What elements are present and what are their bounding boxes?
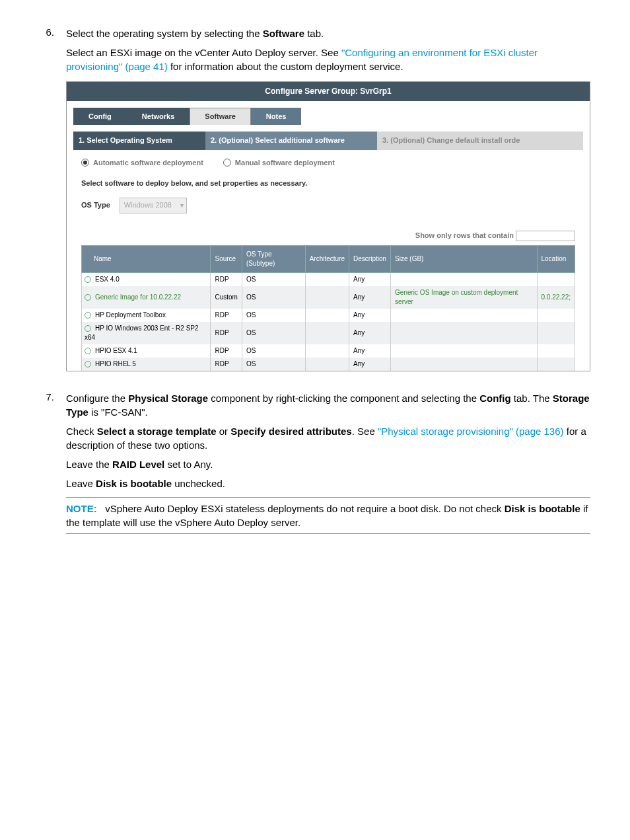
row-arch xyxy=(305,272,349,286)
row-desc: Any xyxy=(349,322,391,344)
row-ostype: OS xyxy=(242,358,305,371)
th-desc[interactable]: Description xyxy=(349,245,391,272)
row-radio-icon[interactable] xyxy=(85,348,91,354)
raid-level-bold: RAID Level xyxy=(112,459,164,470)
th-source[interactable]: Source xyxy=(211,245,242,272)
tab-software[interactable]: Software xyxy=(190,108,250,125)
specify-attributes-bold: Specify desired attributes xyxy=(230,426,351,437)
row-radio-icon[interactable] xyxy=(85,294,91,301)
tab-notes[interactable]: Notes xyxy=(251,108,302,125)
select-template-bold: Select a storage template xyxy=(97,426,217,437)
row-name: ESX 4.0 xyxy=(95,276,120,283)
row-radio-icon[interactable] xyxy=(85,312,91,319)
row-size xyxy=(391,309,537,322)
row-size xyxy=(391,344,537,358)
ostype-select[interactable]: Windows 2008 xyxy=(120,198,187,213)
text: for information about the custom deploym… xyxy=(168,61,403,72)
th-arch[interactable]: Architecture xyxy=(305,245,349,272)
config-bold: Config xyxy=(479,393,510,404)
row-source: Custom xyxy=(211,286,242,309)
tab-bar: Config Networks Software Notes xyxy=(67,101,590,125)
table-row[interactable]: HP Deployment ToolboxRDPOSAny xyxy=(82,309,575,322)
row-source: RDP xyxy=(211,272,242,286)
radio-dot-icon xyxy=(223,159,231,167)
row-source: RDP xyxy=(211,322,242,344)
row-arch xyxy=(305,309,349,322)
table-row[interactable]: Generic Image for 10.0.22.22CustomOSAnyG… xyxy=(82,286,575,309)
note-disk-bootable-bold: Disk is bootable xyxy=(505,503,580,514)
row-ostype: OS xyxy=(242,322,305,344)
text: unchecked. xyxy=(172,478,225,489)
row-radio-icon[interactable] xyxy=(85,276,91,283)
row-loc xyxy=(537,344,575,358)
ostype-label: OS Type xyxy=(81,200,110,210)
wizard-steps: 1. Select Operating System 2. (Optional)… xyxy=(73,132,583,149)
text: Configure the xyxy=(66,393,128,404)
row-desc: Any xyxy=(349,344,391,358)
row-loc: 0.0.22.22; xyxy=(537,286,575,309)
radio-dot-selected-icon xyxy=(81,159,89,167)
row-radio-icon[interactable] xyxy=(85,361,91,367)
table-row[interactable]: HP IO Windows 2003 Ent - R2 SP2 x64RDPOS… xyxy=(82,322,575,344)
step-7-p3: Leave the RAID Level set to Any. xyxy=(66,457,590,471)
text: tab. xyxy=(304,28,324,39)
row-source: RDP xyxy=(211,358,242,371)
th-name[interactable]: Name xyxy=(82,245,211,272)
tab-config[interactable]: Config xyxy=(73,108,127,125)
radio-auto-label: Automatic software deployment xyxy=(93,158,203,168)
row-name: HPIO ESX 4.1 xyxy=(95,347,137,354)
radio-manual-label: Manual software deployment xyxy=(235,158,335,168)
radio-auto-deploy[interactable]: Automatic software deployment xyxy=(81,158,203,168)
text: set to Any. xyxy=(164,459,213,470)
note-block: NOTE: vSphere Auto Deploy ESXi stateless… xyxy=(66,497,590,534)
row-ostype: OS xyxy=(242,309,305,322)
row-arch xyxy=(305,286,349,309)
table-row[interactable]: HPIO RHEL 5RDPOSAny xyxy=(82,358,575,371)
row-desc: Any xyxy=(349,358,391,371)
row-ostype: OS xyxy=(242,344,305,358)
row-size: Generic OS Image on custom deployment se… xyxy=(391,286,537,309)
step-6-number: 6. xyxy=(40,26,66,386)
row-source: RDP xyxy=(211,309,242,322)
text: Leave the xyxy=(66,459,112,470)
row-name: HP Deployment Toolbox xyxy=(95,311,166,319)
note-label: NOTE: xyxy=(66,503,97,514)
row-loc xyxy=(537,309,575,322)
tab-networks[interactable]: Networks xyxy=(127,108,190,125)
text: is "FC-SAN". xyxy=(88,406,148,418)
row-size xyxy=(391,272,537,286)
row-radio-icon[interactable] xyxy=(85,325,91,332)
row-size xyxy=(391,322,537,344)
step-7-p2: Check Select a storage template or Speci… xyxy=(66,424,590,452)
wizard-step-3: 3. (Optional) Change default install ord… xyxy=(377,132,583,149)
text: Check xyxy=(66,426,97,437)
step-7-number: 7. xyxy=(40,391,66,541)
row-desc: Any xyxy=(349,309,391,322)
filter-label: Show only rows that contain xyxy=(415,231,514,239)
radio-manual-deploy[interactable]: Manual software deployment xyxy=(223,158,335,168)
table-row[interactable]: ESX 4.0RDPOSAny xyxy=(82,272,575,286)
disk-bootable-bold: Disk is bootable xyxy=(96,478,172,489)
wizard-step-1[interactable]: 1. Select Operating System xyxy=(73,132,205,149)
text: Select the operating system by selecting… xyxy=(66,28,263,39)
step-7-p1: Configure the Physical Storage component… xyxy=(66,391,590,419)
software-table: Name Source OS Type (Subtype) Architectu… xyxy=(81,245,575,371)
row-loc xyxy=(537,322,575,344)
row-loc xyxy=(537,272,575,286)
filter-input[interactable] xyxy=(516,231,575,241)
row-desc: Any xyxy=(349,272,391,286)
text: Select an ESXi image on the vCenter Auto… xyxy=(66,47,341,58)
row-ostype: OS xyxy=(242,272,305,286)
th-loc[interactable]: Location xyxy=(537,245,575,272)
table-row[interactable]: HPIO ESX 4.1RDPOSAny xyxy=(82,344,575,358)
panel-title: Configure Server Group: SvrGrp1 xyxy=(67,82,590,101)
th-size[interactable]: Size (GB) xyxy=(391,245,537,272)
wizard-step-2[interactable]: 2. (Optional) Select additional software xyxy=(205,132,377,149)
row-name: Generic Image for 10.0.22.22 xyxy=(95,293,181,301)
link-physical-storage[interactable]: "Physical storage provisioning" (page 13… xyxy=(378,426,564,437)
row-loc xyxy=(537,358,575,371)
instruction-text: Select software to deploy below, and set… xyxy=(81,178,575,188)
row-desc: Any xyxy=(349,286,391,309)
th-ostype[interactable]: OS Type (Subtype) xyxy=(242,245,305,272)
row-source: RDP xyxy=(211,344,242,358)
